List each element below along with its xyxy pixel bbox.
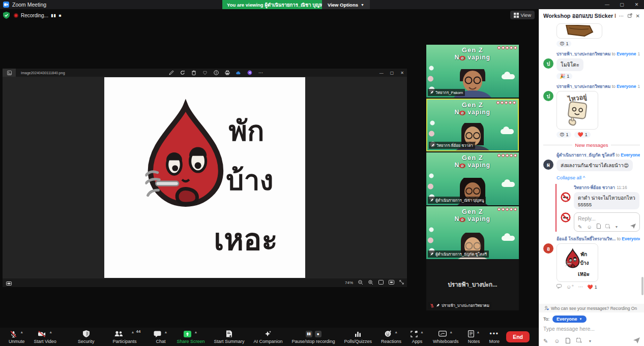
share-screen-button[interactable]: ▲ Share Screen [172,328,209,346]
video-options-caret[interactable]: ▲ [49,330,52,334]
reactions-button[interactable]: ▲ Reactions [376,328,406,346]
chat-close-icon[interactable]: ✕ [636,13,640,19]
onedrive-icon[interactable] [236,70,241,76]
reactions-caret[interactable]: ▲ [394,330,398,334]
reaction-badge[interactable]: 😍1 [557,41,571,47]
view-layout-button[interactable]: View [510,11,535,19]
polls-button[interactable]: Polls/Quizzes [340,328,377,346]
camera-off-icon [38,330,46,338]
end-meeting-button[interactable]: End [506,331,530,342]
photos-app-icon[interactable] [3,69,16,77]
message-image[interactable] [557,243,598,282]
zoom-in-icon[interactable] [368,280,373,286]
reaction-badge[interactable]: ❤️1 [574,132,590,138]
format-icon[interactable]: ✎ [543,338,548,344]
whiteboard-icon [438,331,447,337]
minimize-button[interactable]: — [600,0,614,9]
photos-minimize-button[interactable]: — [379,71,384,75]
chevron-down-icon[interactable]: ▼ [588,339,592,343]
photos-close-button[interactable]: ✕ [400,71,404,75]
pause-recording-icon[interactable]: ▮▮ [306,331,312,337]
video-tile-4[interactable]: Gen Z N⊘ vaping ผู้ดำเนินรายการ_ธัญกัด ช… [426,206,519,259]
whiteboards-caret[interactable]: ▲ [449,330,453,334]
ai-sparkle-icon [264,330,272,338]
recipient-selector[interactable]: Everyone▼ [552,316,586,323]
delete-icon[interactable] [191,70,196,76]
chat-popout-icon[interactable] [628,13,632,19]
fullscreen-icon[interactable] [399,280,404,286]
stop-recording-icon[interactable]: ■ [315,331,321,337]
more-icon[interactable]: ⋯ [258,70,264,76]
info-icon[interactable] [213,70,219,76]
video-tile-1[interactable]: Gen Z N⊘ vaping วิทยากร_Pakorn [426,45,519,98]
mic-muted-icon [10,330,17,338]
file-icon[interactable] [566,338,570,344]
rotate-icon[interactable] [180,70,185,76]
reaction-badge[interactable]: ❤️1 [588,285,597,290]
message-image-partial[interactable] [557,23,602,39]
pause-recording-icon[interactable]: ▮▮ [51,13,56,18]
add-reaction-icon[interactable]: ☺⁺ [566,284,574,290]
photos-maximize-button[interactable]: ▢ [390,71,394,75]
stop-recording-icon[interactable]: ■ [59,13,62,18]
apps-caret[interactable]: ▲ [420,330,424,334]
fit-window-icon[interactable] [378,280,384,286]
security-button[interactable]: Security [73,328,99,346]
maximize-button[interactable]: ▢ [614,0,629,9]
pause-stop-recording-button[interactable]: ▮▮ ■ Pause/stop recording [287,328,339,346]
whiteboards-button[interactable]: ▲ Whiteboards [428,328,463,346]
filmstrip-icon[interactable] [6,278,12,288]
emoji-icon[interactable]: ☺ [587,224,592,230]
view-options-button[interactable]: View Options▼ [322,0,370,9]
close-button[interactable]: ✕ [629,0,644,9]
video-tile-5[interactable]: ปรายฟ้า_บางปะก... ปรายฟ้า_บางปะกอกวิทยาค… [426,260,519,310]
file-icon[interactable] [597,224,601,230]
zoom-out-icon[interactable] [358,280,363,286]
quote-reply-icon[interactable] [557,284,562,290]
blood-drop-sticker [145,81,277,274]
recording-indicator: Recording... ▮▮ ■ [14,13,62,18]
share-options-caret[interactable]: ▲ [194,330,197,334]
chat-privacy-notice: Who can see your messages? Recording On [539,304,644,312]
collapse-all-link[interactable]: Collapse all ^ [557,175,640,180]
message-image[interactable] [557,91,598,130]
ai-companion-button[interactable]: AI Companion [249,328,287,346]
send-reply-icon[interactable] [630,224,636,230]
chat-options-caret[interactable]: ▲ [164,330,167,334]
edit-icon[interactable] [168,70,174,76]
participants-button[interactable]: 44 ▲ Participants [108,328,141,346]
screenshot-icon[interactable] [605,224,610,230]
notes-caret[interactable]: ▲ [477,330,480,334]
start-summary-button[interactable]: Start Summary [209,328,249,346]
clipchamp-icon[interactable] [247,70,252,76]
chat-scrollbar[interactable] [641,277,643,295]
meeting-info-shield-icon[interactable] [3,12,10,19]
reply-box[interactable]: Reply... ✎ ☺ ▼ [574,212,640,232]
screenshot-icon[interactable] [576,338,582,344]
reaction-badge[interactable]: 🎉1 [557,73,572,79]
print-icon[interactable] [224,70,230,76]
actual-size-icon[interactable] [389,280,394,286]
message-header: อ้อแอ้ โรงเรียนโพธิ์ไทรงามวิท... to Ever… [557,235,640,242]
chat-more-icon[interactable]: ⋯ [619,13,624,19]
chat-button[interactable]: ▲ Chat [149,328,172,346]
start-video-button[interactable]: ▲ Start Video [30,328,61,346]
participants-caret[interactable]: ▲ [131,330,134,334]
more-button[interactable]: ••• More [485,328,505,346]
message-more-icon[interactable]: ⋯ [578,284,583,290]
video-tile-2-active[interactable]: Gen Z N⊘ vaping วิทยากร-พี่อ้อย ชวาลา [426,99,519,151]
reaction-badge[interactable]: 😍1 [557,132,571,138]
favorite-icon[interactable] [202,70,208,76]
wood-sticker [564,25,595,38]
video-tile-3[interactable]: Gen Z N⊘ vaping ผู้ดำเนินรายการ_ณิชา บุญ… [426,152,519,205]
unmute-button[interactable]: ▲ Unmute [4,328,30,346]
meeting-toolbar: ▲ Unmute ▲ Start Video Security 44 ▲ Par… [0,328,539,346]
mic-options-caret[interactable]: ▲ [20,330,23,334]
message-input[interactable] [543,326,640,332]
chevron-down-icon[interactable]: ▼ [615,225,619,229]
apps-button[interactable]: ▲ Apps [406,328,428,346]
notes-button[interactable]: ▲ Notes [463,328,485,346]
emoji-icon[interactable]: ☺ [554,338,560,344]
format-icon[interactable]: ✎ [578,224,582,230]
send-message-icon[interactable] [633,337,640,344]
